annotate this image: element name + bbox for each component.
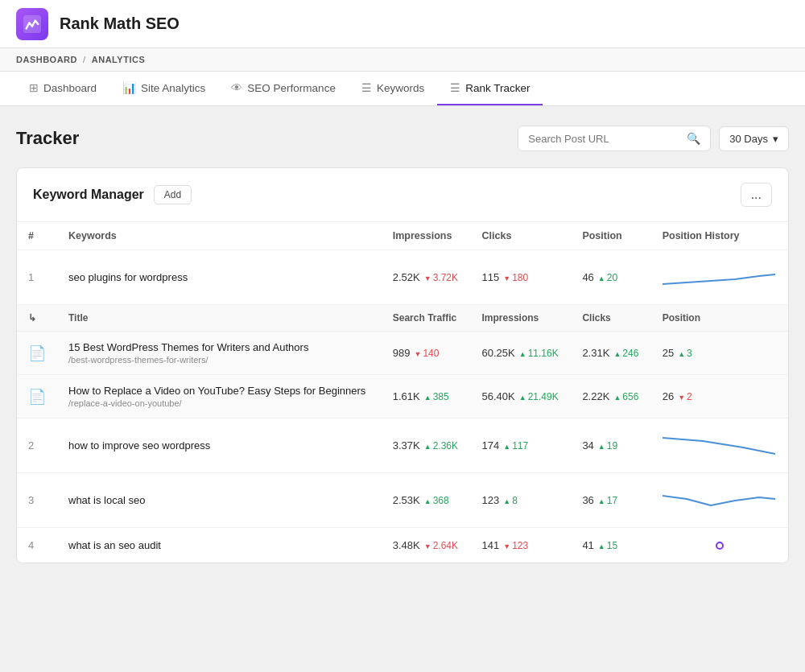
keyword-manager-title: Keyword Manager [33,188,144,202]
row-keyword: what is an seo audit [57,528,382,563]
row-position: 41 15 [571,528,650,563]
days-label: 30 Days [729,133,768,145]
page-icon: 📄 [28,389,46,405]
arrow-up-icon [598,272,605,283]
more-options-button[interactable]: ... [741,183,772,207]
row-keyword: how to improve seo wordpress [57,418,382,473]
arrow-up-icon [503,495,510,506]
sub-col-title: Title [57,305,382,332]
table-row[interactable]: 2 how to improve seo wordpress 3.37K 2.3… [17,418,788,473]
arrow-down-icon [503,272,510,283]
sub-row-position: 25 3 [651,332,788,375]
row-keyword: what is local seo [57,473,382,528]
sub-row-clicks: 2.31K 246 [571,332,650,375]
days-select[interactable]: 30 Days ▾ [719,126,789,151]
sub-row-icon: 📄 [17,332,57,375]
sub-col-traffic: Search Traffic [382,305,471,332]
search-post-input[interactable] [528,133,680,145]
tab-keywords[interactable]: ☰ Keywords [349,72,437,105]
row-position: 34 19 [571,418,650,473]
row-impressions: 2.53K 368 [382,473,471,528]
tab-seo-performance[interactable]: 👁 SEO Performance [218,72,349,105]
sub-col-impressions: Impressions [471,305,572,332]
col-impressions: Impressions [382,222,471,250]
sub-row-impressions: 56.40K 21.49K [471,375,572,418]
arrow-up-icon [519,391,526,402]
row-impressions: 3.48K 2.64K [382,528,471,563]
row-clicks: 141 123 [471,528,572,563]
arrow-up-icon [519,348,526,359]
arrow-down-icon [678,391,685,402]
sub-table-row[interactable]: 📄 How to Replace a Video on YouTube? Eas… [17,375,788,418]
row-number: 1 [17,250,57,305]
search-icon: 🔍 [687,132,700,145]
keywords-icon: ☰ [361,81,372,94]
add-keyword-button[interactable]: Add [154,185,192,204]
app-logo [16,8,48,40]
arrow-down-icon [424,540,431,551]
row-keyword: seo plugins for wordpress [57,250,382,305]
row-clicks: 174 117 [471,418,572,473]
card-header-left: Keyword Manager Add [33,185,192,204]
keywords-table-wrap: # Keywords Impressions Clicks Position P… [17,222,788,563]
search-post-box[interactable]: 🔍 [518,126,711,151]
arrow-down-icon [424,272,431,283]
page-title: Tracker [16,128,79,149]
page-icon: 📄 [28,345,46,361]
site-analytics-icon: 📊 [122,81,136,94]
breadcrumb-parent[interactable]: DASHBOARD [16,55,77,64]
sub-row-icon: 📄 [17,375,57,418]
sub-col-position: Position [651,305,788,332]
app-header: Rank Math SEO [0,0,805,48]
col-clicks: Clicks [471,222,572,250]
arrow-down-icon [503,540,510,551]
toolbar-right: 🔍 30 Days ▾ [518,126,789,151]
col-num: # [17,222,57,250]
sub-row-title: 15 Best WordPress Themes for Writers and… [57,332,382,375]
sub-row-traffic: 989 140 [382,332,471,375]
position-dot [716,542,724,550]
row-number: 2 [17,418,57,473]
arrow-up-icon [598,540,605,551]
sub-header-row: ↳ Title Search Traffic Impressions Click… [17,305,788,332]
sub-row-traffic: 1.61K 385 [382,375,471,418]
arrow-up-icon [503,440,510,451]
chevron-down-icon: ▾ [773,133,778,145]
seo-performance-icon: 👁 [231,81,242,94]
arrow-up-icon [424,440,431,451]
row-number: 3 [17,473,57,528]
arrow-down-icon [414,348,421,359]
keywords-table: # Keywords Impressions Clicks Position P… [17,222,788,563]
row-position: 36 17 [571,473,650,528]
row-sparkline [651,250,788,305]
sub-col-icon: ↳ [17,305,57,332]
table-row[interactable]: 1 seo plugins for wordpress 2.52K 3.72K … [17,250,788,305]
dashboard-icon: ⊞ [29,81,39,94]
arrow-up-icon [598,495,605,506]
col-position: Position [571,222,650,250]
row-sparkline [651,473,788,528]
main-card: Keyword Manager Add ... # Keywords Impre… [16,167,789,563]
row-impressions: 2.52K 3.72K [382,250,471,305]
tab-site-analytics[interactable]: 📊 Site Analytics [109,72,218,105]
table-row[interactable]: 4 what is an seo audit 3.48K 2.64K 141 1… [17,528,788,563]
arrow-up-icon [424,495,431,506]
card-header: Keyword Manager Add ... [17,168,788,222]
sub-row-title: How to Replace a Video on YouTube? Easy … [57,375,382,418]
tab-rank-tracker[interactable]: ☰ Rank Tracker [437,72,543,105]
tab-dashboard[interactable]: ⊞ Dashboard [16,72,109,105]
page-content: Tracker 🔍 30 Days ▾ Keyword Manager Add … [0,106,805,583]
arrow-up-icon [678,348,685,359]
sub-table-row[interactable]: 📄 15 Best WordPress Themes for Writers a… [17,332,788,375]
arrow-up-icon [424,391,431,402]
arrow-up-icon [613,391,621,402]
sub-row-clicks: 2.22K 656 [571,375,650,418]
arrow-up-icon [598,440,605,451]
table-row[interactable]: 3 what is local seo 2.53K 368 123 8 36 1… [17,473,788,528]
row-impressions: 3.37K 2.36K [382,418,471,473]
app-title: Rank Math SEO [60,14,180,33]
row-number: 4 [17,528,57,563]
col-position-history: Position History [651,222,788,250]
sub-row-position: 26 2 [651,375,788,418]
rank-tracker-icon: ☰ [450,81,460,94]
